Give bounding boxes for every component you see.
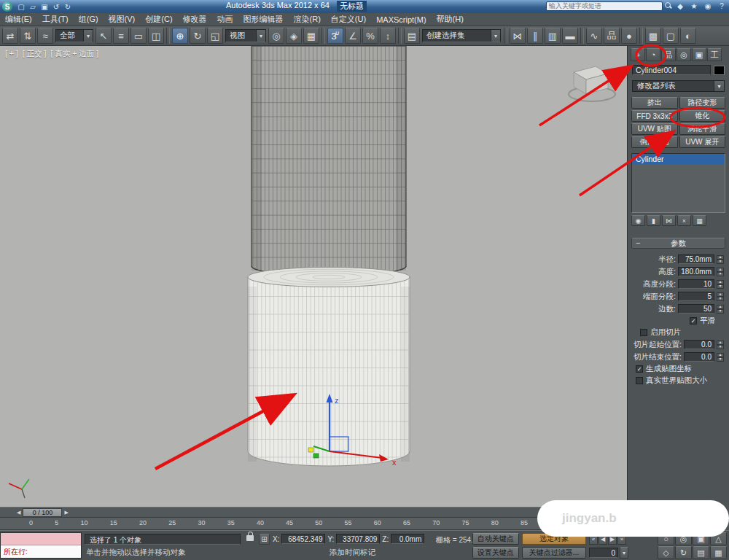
viewport-menu-view[interactable]: [ 正交 ]	[23, 49, 47, 59]
undo-icon[interactable]: ↺	[50, 1, 62, 12]
show-end-result-icon[interactable]: ▮	[647, 215, 660, 226]
viewport-menu-general[interactable]: [ + ]	[5, 49, 18, 59]
add-time-tag[interactable]: 添加时间标记	[330, 548, 375, 558]
open-file-icon[interactable]: ▱	[27, 1, 39, 12]
previous-frame-icon[interactable]: ◀	[15, 510, 23, 516]
tab-create-icon[interactable]: +	[631, 48, 645, 61]
pin-stack-icon[interactable]: ◉	[631, 215, 645, 226]
next-frame-icon[interactable]: ▶	[62, 510, 70, 516]
graphite-ribbon-toggle-icon[interactable]: ▬	[562, 28, 578, 44]
stack-item-cylinder[interactable]: Cylinder	[632, 154, 725, 165]
new-scene-icon[interactable]: ▢	[15, 1, 27, 12]
menu-item[interactable]: 创建(C)	[140, 13, 177, 26]
absolute-mode-toggle-icon[interactable]: ⊞	[259, 534, 270, 545]
help-icon[interactable]: ?	[716, 1, 728, 11]
current-frame-field[interactable]: 0	[589, 548, 618, 558]
modifier-stack-list[interactable]: Cylinder	[631, 153, 725, 213]
orbit-icon[interactable]: ↻	[675, 546, 692, 559]
slice-to-spinner[interactable]: ▴▾	[717, 353, 724, 362]
select-by-name-icon[interactable]: ≡	[113, 28, 129, 44]
save-file-icon[interactable]: ▣	[39, 1, 50, 12]
render-setup-icon[interactable]: ▩	[645, 28, 661, 44]
smooth-checkbox[interactable]: ✓	[690, 317, 697, 324]
real-world-map-size-checkbox[interactable]	[636, 377, 643, 384]
chevron-down-icon[interactable]: ▾	[491, 30, 500, 42]
favorites-star-icon[interactable]: ★	[688, 1, 700, 11]
modifier-set-button[interactable]: FFD 3x3x3	[631, 110, 678, 122]
window-crossing-icon[interactable]: ◫	[148, 28, 164, 44]
generate-mapping-coords-checkbox[interactable]: ✓	[636, 365, 643, 373]
edit-named-selection-sets-icon[interactable]: ▤	[404, 28, 420, 44]
maxscript-mini-listener[interactable]: 所在行:	[0, 532, 82, 559]
chevron-down-icon[interactable]: ▾	[256, 30, 265, 42]
object-color-swatch[interactable]	[714, 66, 725, 75]
menu-item[interactable]: 图形编辑器	[238, 13, 289, 26]
viewcube[interactable]	[569, 66, 615, 101]
modifier-set-button[interactable]: 倒角剖面	[631, 136, 678, 148]
spinner-snap-toggle-icon[interactable]: ↕	[380, 28, 396, 44]
height-field[interactable]: 180.0mm	[678, 267, 714, 276]
chevron-down-icon[interactable]: ▾	[714, 81, 724, 91]
menu-item[interactable]: 渲染(R)	[289, 13, 326, 26]
menu-item[interactable]: 自定义(U)	[326, 13, 371, 26]
menu-item[interactable]: 动画	[212, 13, 238, 26]
modifier-set-button[interactable]: 涡轮平滑	[679, 123, 726, 135]
timeline-ruler[interactable]: 0510152025303540455055606570758085909510…	[0, 518, 627, 530]
rendered-frame-window-icon[interactable]: ▢	[663, 28, 679, 44]
help-search-input[interactable]	[546, 1, 663, 11]
modifier-set-button[interactable]: 路径变形	[679, 97, 726, 109]
angle-snap-toggle-icon[interactable]: ∠	[345, 28, 361, 44]
3dsmax-logo-icon[interactable]: S	[2, 1, 12, 12]
gizmo-y-handle[interactable]	[313, 454, 319, 458]
maximize-viewport-toggle-icon[interactable]: ▦	[710, 546, 727, 559]
menu-item[interactable]: 视图(V)	[104, 13, 141, 26]
pan-view-icon[interactable]: ◇	[658, 546, 674, 559]
mirror-icon[interactable]: ⋈	[510, 28, 526, 44]
configure-modifier-sets-icon[interactable]: ▦	[693, 215, 706, 226]
tab-modify-icon[interactable]: ◔	[646, 48, 660, 61]
layer-manager-icon[interactable]: ▥	[545, 28, 561, 44]
enable-slice-checkbox[interactable]	[640, 329, 647, 336]
make-unique-icon[interactable]: ⋈	[662, 215, 676, 226]
cylinder-upper-object[interactable]	[252, 46, 406, 276]
set-key-button[interactable]: 设置关键点	[472, 547, 519, 559]
rectangular-selection-region-icon[interactable]: ▭	[130, 28, 147, 44]
slice-from-spinner[interactable]: ▴▾	[717, 341, 724, 349]
select-and-scale-icon[interactable]: ◱	[207, 28, 223, 44]
percent-snap-toggle-icon[interactable]: %	[362, 28, 378, 44]
material-editor-icon[interactable]: ●	[621, 28, 637, 44]
z-coordinate-field[interactable]: 0.0mm	[391, 534, 424, 544]
object-name-field[interactable]: Cylinder004	[632, 65, 711, 75]
search-icon[interactable]	[665, 2, 672, 9]
select-and-link-icon[interactable]: ⇄	[2, 28, 18, 44]
viewport-menu-shading[interactable]: [ 真实 + 边面 ]	[50, 49, 98, 59]
tab-display-icon[interactable]: ▣	[692, 48, 706, 61]
use-pivot-point-center-icon[interactable]: ◎	[268, 28, 284, 44]
cap-segments-spinner[interactable]: ▴▾	[717, 292, 724, 301]
menu-item[interactable]: MAXScript(M)	[371, 13, 431, 26]
sign-in-icon[interactable]: ◉	[702, 1, 714, 11]
viewport-canvas[interactable]: z x	[0, 46, 627, 507]
key-mode-toggle-icon[interactable]: ▾	[620, 547, 628, 559]
sides-spinner[interactable]: ▴▾	[717, 305, 724, 314]
reference-coordinate-dropdown[interactable]: 视图 ▾	[225, 29, 266, 42]
snaps-toggle-3d-icon[interactable]: 3∪	[327, 28, 343, 44]
remove-modifier-icon[interactable]: ×	[677, 215, 691, 226]
bind-to-space-warp-icon[interactable]: ≈	[37, 28, 53, 44]
menu-item[interactable]: 组(G)	[74, 13, 104, 26]
perspective-viewport[interactable]: [ + ] [ 正交 ] [ 真实 + 边面 ]	[0, 46, 627, 507]
listener-row[interactable]: 所在行:	[1, 545, 81, 558]
align-icon[interactable]: ∥	[527, 28, 543, 44]
tab-motion-icon[interactable]: ◎	[677, 48, 691, 61]
communication-center-icon[interactable]: ◆	[674, 1, 686, 11]
keyboard-shortcut-override-icon[interactable]: ▦	[303, 28, 319, 44]
radius-field[interactable]: 75.0mm	[678, 254, 714, 264]
slice-to-field[interactable]: 0.0	[684, 352, 714, 362]
key-filters-button[interactable]: 关键点过滤器...	[522, 547, 586, 559]
modifier-set-button[interactable]: UVW 展开	[679, 136, 726, 148]
modifier-set-button[interactable]: UVW 贴图	[631, 123, 678, 135]
height-segments-field[interactable]: 10	[678, 279, 714, 289]
zoom-region-icon[interactable]: ▤	[693, 546, 709, 559]
menu-item[interactable]: 编辑(E)	[0, 13, 37, 26]
select-and-manipulate-icon[interactable]: ◈	[286, 28, 302, 44]
